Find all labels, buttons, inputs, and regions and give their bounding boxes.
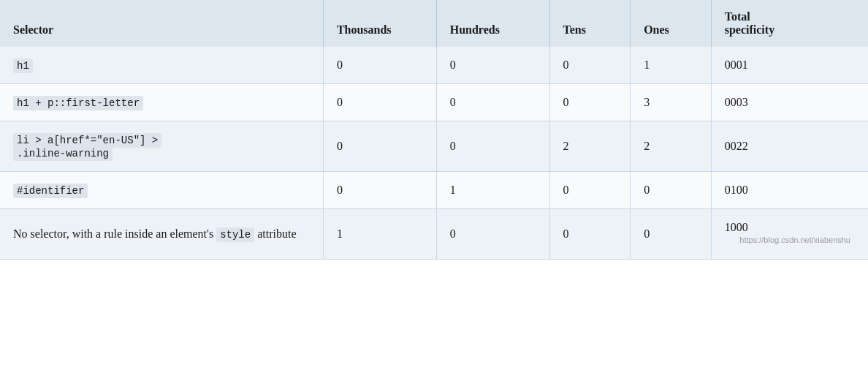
selector-cell: h1 + p::first-letter xyxy=(0,84,323,121)
hundreds-cell: 0 xyxy=(436,121,549,172)
total-cell: 0003 xyxy=(711,84,868,121)
selector-code: #identifier xyxy=(13,184,88,198)
tens-cell: 0 xyxy=(549,209,631,260)
header-ones: Ones xyxy=(631,0,712,47)
watermark: https://blog.csdn.net/xiabenshu xyxy=(725,234,855,247)
header-total: Totalspecificity xyxy=(711,0,868,47)
selector-code: h1 xyxy=(13,59,33,73)
tens-cell: 0 xyxy=(549,84,631,121)
header-hundreds: Hundreds xyxy=(436,0,549,47)
tens-cell: 0 xyxy=(549,47,631,84)
selector-cell: li > a[href*="en-US"] > .inline-warning xyxy=(0,121,323,172)
thousands-cell: 0 xyxy=(323,172,436,209)
selector-code: style xyxy=(216,227,254,242)
selector-code: h1 + p::first-letter xyxy=(13,96,143,110)
selector-cell: #identifier xyxy=(0,172,323,209)
thousands-cell: 0 xyxy=(323,47,436,84)
ones-cell: 2 xyxy=(631,121,712,172)
hundreds-cell: 0 xyxy=(436,209,549,260)
ones-cell: 0 xyxy=(631,172,712,209)
hundreds-cell: 1 xyxy=(436,172,549,209)
tens-cell: 0 xyxy=(549,172,631,209)
header-tens: Tens xyxy=(549,0,631,47)
thousands-cell: 0 xyxy=(323,84,436,121)
selector-suffix: attribute xyxy=(254,227,296,240)
table-row: h1 + p::first-letter 0 0 0 3 0003 xyxy=(0,84,868,121)
specificity-table: Selector Thousands Hundreds Tens Ones To… xyxy=(0,0,868,260)
thousands-cell: 1 xyxy=(323,209,436,260)
selector-prefix: No selector, with a rule inside an eleme… xyxy=(13,227,216,240)
hundreds-cell: 0 xyxy=(436,84,549,121)
header-thousands: Thousands xyxy=(323,0,436,47)
table-row: li > a[href*="en-US"] > .inline-warning … xyxy=(0,121,868,172)
header-selector: Selector xyxy=(0,0,323,47)
selector-code-line2: .inline-warning xyxy=(13,146,113,161)
selector-cell: No selector, with a rule inside an eleme… xyxy=(0,209,323,260)
specificity-table-container: Selector Thousands Hundreds Tens Ones To… xyxy=(0,0,868,392)
selector-cell: h1 xyxy=(0,47,323,84)
hundreds-cell: 0 xyxy=(436,47,549,84)
total-cell: 1000 https://blog.csdn.net/xiabenshu xyxy=(711,209,868,260)
total-cell: 0022 xyxy=(711,121,868,172)
thousands-cell: 0 xyxy=(323,121,436,172)
table-row: h1 0 0 0 1 0001 xyxy=(0,47,868,84)
table-row: #identifier 0 1 0 0 0100 xyxy=(0,172,868,209)
ones-cell: 1 xyxy=(631,47,712,84)
ones-cell: 0 xyxy=(631,209,712,260)
ones-cell: 3 xyxy=(631,84,712,121)
table-header-row: Selector Thousands Hundreds Tens Ones To… xyxy=(0,0,868,47)
tens-cell: 2 xyxy=(549,121,631,172)
total-cell: 0100 xyxy=(711,172,868,209)
total-cell: 0001 xyxy=(711,47,868,84)
table-row: No selector, with a rule inside an eleme… xyxy=(0,209,868,260)
selector-code-line1: li > a[href*="en-US"] > xyxy=(13,133,161,148)
